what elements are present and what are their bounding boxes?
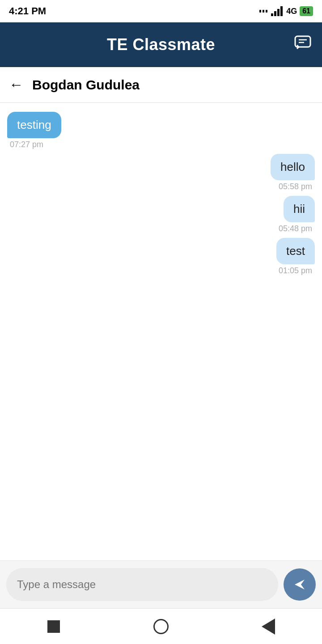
message-input-container	[6, 568, 278, 601]
messages-area: testing07:27 pmhello05:58 pmhii05:48 pmt…	[0, 103, 322, 560]
message-wrapper: hello05:58 pm	[7, 154, 315, 191]
nav-home-button[interactable]	[152, 618, 170, 636]
stop-icon	[47, 620, 60, 633]
bottom-nav	[0, 608, 322, 644]
battery-icon: 61	[300, 6, 313, 16]
svg-rect-1	[274, 11, 276, 16]
status-time: 4:21 PM	[9, 5, 46, 17]
message-time: 07:27 pm	[7, 140, 46, 149]
send-button[interactable]	[284, 568, 316, 601]
signal-bars-icon	[271, 6, 284, 16]
message-time: 05:58 pm	[276, 182, 315, 191]
message-time: 01:05 pm	[276, 266, 315, 275]
message-wrapper: test01:05 pm	[7, 238, 315, 275]
signal-dots	[259, 10, 267, 13]
message-bubble: test	[276, 238, 315, 264]
message-wrapper: hii05:48 pm	[7, 196, 315, 233]
status-icons: 4G 61	[259, 6, 313, 16]
message-bubble: testing	[7, 112, 61, 138]
nav-stop-button[interactable]	[45, 618, 63, 636]
svg-rect-3	[280, 6, 283, 16]
svg-rect-0	[271, 13, 273, 16]
home-icon	[153, 619, 169, 634]
network-label: 4G	[286, 7, 297, 16]
status-bar: 4:21 PM 4G 61	[0, 0, 322, 22]
app-header: TE Classmate	[0, 22, 322, 67]
message-bubble: hello	[271, 154, 315, 180]
input-area	[0, 560, 322, 608]
message-wrapper: testing07:27 pm	[7, 112, 315, 149]
back-button[interactable]: ←	[9, 76, 23, 93]
message-time: 05:48 pm	[276, 224, 315, 233]
chat-header-icon[interactable]	[294, 35, 311, 54]
app-title: TE Classmate	[107, 35, 215, 54]
contact-name: Bogdan Gudulea	[32, 77, 140, 93]
send-icon	[293, 578, 306, 591]
nav-back-button[interactable]	[259, 618, 277, 636]
message-input[interactable]	[17, 578, 267, 591]
sub-header: ← Bogdan Gudulea	[0, 67, 322, 103]
message-bubble: hii	[284, 196, 315, 222]
svg-rect-2	[277, 9, 280, 16]
back-icon	[262, 619, 275, 635]
